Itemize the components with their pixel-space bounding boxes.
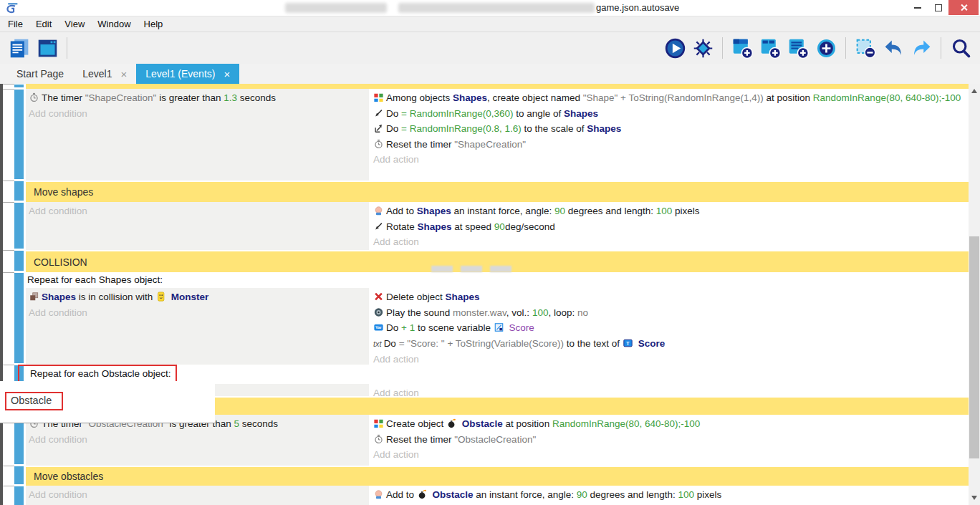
bomb-icon xyxy=(417,489,428,499)
action[interactable]: Create object Obstacle at position Rando… xyxy=(373,416,964,432)
menu-help[interactable]: Help xyxy=(138,19,170,29)
menu-bar: File Edit View Window Help xyxy=(0,16,980,32)
conditions-column: Add condition xyxy=(26,202,369,250)
add-condition-link[interactable]: Add condition xyxy=(29,203,366,219)
comment-bar[interactable] xyxy=(26,84,969,89)
add-new-icon[interactable] xyxy=(814,36,838,60)
event-selection-rail[interactable] xyxy=(14,273,24,363)
event-selection-rail[interactable] xyxy=(14,466,24,484)
toolbar-left-group xyxy=(7,36,71,60)
action[interactable]: Add to Shapes an instant force, angle: 9… xyxy=(373,203,964,219)
actions-column: Create object Obstacle at position Rando… xyxy=(369,415,969,466)
menu-file[interactable]: File xyxy=(1,19,29,29)
create-object-icon xyxy=(373,92,384,102)
svg-text:Var: Var xyxy=(375,325,382,330)
scale-icon xyxy=(373,123,384,133)
event-selection-rail[interactable] xyxy=(14,90,24,179)
add-subevent-icon[interactable] xyxy=(758,36,782,60)
blurred-title-text xyxy=(285,3,387,13)
project-manager-icon[interactable] xyxy=(7,36,32,60)
add-action-link[interactable]: Add action xyxy=(373,503,964,505)
tab-level1-events[interactable]: Level1 (Events) × xyxy=(136,64,239,84)
toolbar xyxy=(0,32,980,64)
menu-edit[interactable]: Edit xyxy=(29,19,58,29)
event-selection-rail[interactable] xyxy=(14,181,24,201)
event-rows: The timer "ShapeCreation" is greater tha… xyxy=(0,84,969,505)
search-icon[interactable] xyxy=(948,36,973,60)
event-selection-rail[interactable] xyxy=(14,486,24,505)
add-event-icon[interactable] xyxy=(730,36,754,60)
add-condition-link[interactable]: Add condition xyxy=(29,432,366,448)
scene-variable-icon xyxy=(494,322,504,332)
event-row: The timer "ShapeCreation" is greater tha… xyxy=(0,89,969,181)
event-selection-rail[interactable] xyxy=(14,251,24,271)
for-each-header[interactable]: Repeat for each Shapes object: xyxy=(26,272,969,288)
actions-column: Add action xyxy=(369,384,969,396)
action[interactable]: Rotate Shapes at speed 90deg/second xyxy=(373,219,964,235)
conditions-column: Shapes is in collision with MonsterAdd c… xyxy=(26,288,369,365)
create-object-icon xyxy=(373,418,384,428)
add-comment-icon[interactable] xyxy=(786,36,810,60)
add-action-link[interactable]: Add action xyxy=(373,385,964,396)
menu-view[interactable]: View xyxy=(58,19,91,29)
add-action-link[interactable]: Add action xyxy=(373,152,964,168)
scroll-down-arrow-icon[interactable] xyxy=(971,496,977,500)
autocomplete-item-obstacle[interactable]: Obstacle xyxy=(5,392,63,410)
preview-play-icon[interactable] xyxy=(663,36,687,60)
comment-row: Move shapes xyxy=(0,181,969,202)
timer-icon xyxy=(373,139,384,149)
minimize-button[interactable] xyxy=(907,0,928,15)
force-icon xyxy=(373,489,384,499)
tab-label: Level1 xyxy=(82,68,112,80)
close-tab-icon[interactable]: × xyxy=(120,69,127,80)
add-condition-link[interactable]: Add condition xyxy=(29,106,366,122)
action[interactable]: Play the sound monster.wav, vol.: 100, l… xyxy=(373,305,964,321)
partial-comment-row xyxy=(0,84,969,89)
action[interactable]: Add to Obstacle an instant force, angle:… xyxy=(373,487,964,503)
object-autocomplete-popup: Obstacle xyxy=(0,381,215,423)
action[interactable]: Do = RandomInRange(0,360) to angle of Sh… xyxy=(373,106,964,122)
start-page-icon[interactable] xyxy=(35,36,59,60)
events-sheet: The timer "ShapeCreation" is greater tha… xyxy=(0,84,969,505)
action[interactable]: Reset the timer "ObstacleCreation" xyxy=(373,432,964,448)
scroll-up-arrow-icon[interactable] xyxy=(971,89,977,93)
variable-icon: Var xyxy=(373,322,384,332)
scrollbar-thumb[interactable] xyxy=(969,236,979,458)
redo-icon[interactable] xyxy=(909,36,933,60)
window-controls xyxy=(907,0,979,15)
action[interactable]: Delete object Shapes xyxy=(373,289,964,305)
action[interactable]: VarDo + 1 to scene variable Score xyxy=(373,320,964,336)
debug-icon[interactable] xyxy=(691,36,715,60)
menu-window[interactable]: Window xyxy=(91,19,137,29)
remove-event-icon[interactable] xyxy=(853,36,878,60)
action[interactable]: Among objects Shapes, create object name… xyxy=(373,90,964,106)
conditions-column: The timer "ShapeCreation" is greater tha… xyxy=(26,89,369,181)
direction-icon xyxy=(373,108,384,118)
delete-icon xyxy=(373,292,384,302)
tab-level1[interactable]: Level1 × xyxy=(73,64,136,84)
comment-bar[interactable]: Move shapes xyxy=(26,181,969,202)
comment-row: Move obstacles xyxy=(0,466,969,486)
add-condition-link[interactable]: Add condition xyxy=(29,487,366,503)
action[interactable]: Reset the timer "ShapeCreation" xyxy=(373,137,964,153)
undo-icon[interactable] xyxy=(881,36,905,60)
action[interactable]: txtDo = "Score: " + ToString(Variable(Sc… xyxy=(373,336,964,352)
event-selection-rail[interactable] xyxy=(14,203,24,249)
tab-start-page[interactable]: Start Page xyxy=(7,64,73,84)
close-tab-icon[interactable]: × xyxy=(224,69,230,80)
vertical-scrollbar[interactable] xyxy=(969,84,980,505)
comment-bar[interactable]: Move obstacles xyxy=(26,466,969,486)
bomb-icon xyxy=(446,418,457,428)
close-button[interactable] xyxy=(948,0,979,15)
condition[interactable]: The timer "ShapeCreation" is greater tha… xyxy=(29,90,366,106)
add-action-link[interactable]: Add action xyxy=(373,352,964,365)
add-condition-link[interactable]: Add condition xyxy=(29,305,366,321)
condition[interactable]: Shapes is in collision with Monster xyxy=(29,289,366,305)
sound-icon xyxy=(373,307,384,317)
event-row: Add conditionAdd to Obstacle an instant … xyxy=(0,486,969,505)
event-selection-rail[interactable] xyxy=(14,85,24,87)
restore-button[interactable] xyxy=(928,0,948,15)
add-action-link[interactable]: Add action xyxy=(373,234,964,250)
add-action-link[interactable]: Add action xyxy=(373,447,964,463)
action[interactable]: Do = RandomInRange(0.8, 1.6) to the scal… xyxy=(373,121,964,137)
